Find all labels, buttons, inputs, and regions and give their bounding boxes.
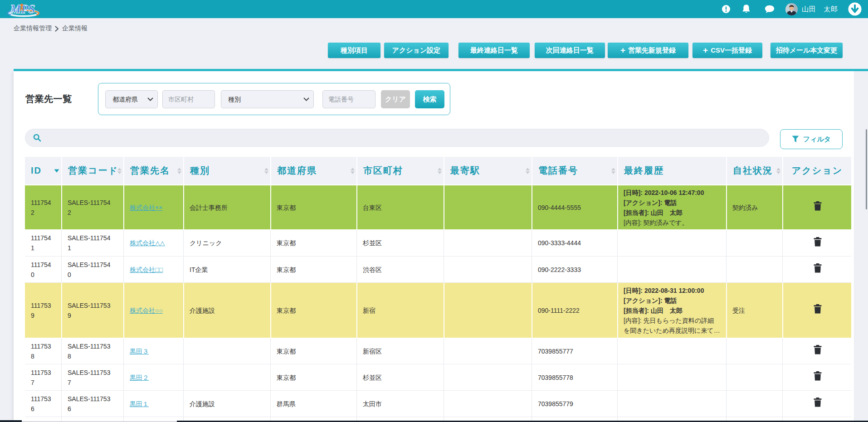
- trash-icon: [814, 371, 822, 381]
- toolbar-button[interactable]: +営業先新規登録: [608, 43, 688, 58]
- cell-hist: [日時]: 2022-10-06 12:47:00[アクション]: 電話[担当者…: [617, 185, 726, 230]
- prefecture-select[interactable]: 都道府県: [105, 90, 158, 108]
- table-row: 1117539SALES-1117539株式会社○○介護施設東京都新宿090-1…: [25, 283, 851, 338]
- breadcrumb-item[interactable]: 企業情報: [62, 24, 88, 33]
- filter-panel: 都道府県 種別 クリア 検索: [98, 83, 450, 115]
- cell-station: [444, 257, 532, 283]
- corporation-link[interactable]: 黒田２: [130, 374, 149, 381]
- sort-both-icon[interactable]: [526, 168, 530, 174]
- filter-button[interactable]: フィルタ: [780, 129, 843, 149]
- cell-hist: [617, 338, 726, 364]
- bottom-footer-edge-left: [0, 420, 22, 422]
- cell-phone: 090-2222-3333: [532, 257, 617, 283]
- sort-desc-icon[interactable]: [54, 169, 59, 173]
- cell-action: [782, 283, 851, 338]
- delete-button[interactable]: [814, 398, 822, 408]
- breadcrumb: 企業情報管理 企業情報: [14, 24, 88, 33]
- cell-name: 黒田１: [123, 391, 183, 417]
- toolbar-button[interactable]: 招待メール本文変更: [770, 43, 843, 58]
- phone-input[interactable]: [322, 90, 375, 108]
- delete-button[interactable]: [814, 371, 822, 382]
- history-line: [アクション]: 電話: [624, 198, 722, 208]
- column-header[interactable]: ID: [25, 157, 61, 185]
- plus-icon: +: [620, 46, 625, 54]
- cell-hist: [617, 364, 726, 391]
- user-name: 山田 太郎: [802, 5, 838, 14]
- column-header[interactable]: 都道府県: [270, 157, 356, 185]
- cell-status: 受注: [726, 283, 782, 338]
- toolbar-button[interactable]: 次回連絡日一覧: [535, 43, 605, 58]
- column-header[interactable]: 営業コード: [61, 157, 123, 185]
- column-header[interactable]: 営業先名: [123, 157, 183, 185]
- delete-button[interactable]: [814, 237, 822, 248]
- cell-code: SALES-1117540: [61, 257, 123, 283]
- corporation-link[interactable]: 株式会社△△: [130, 239, 165, 247]
- cell-action: [782, 185, 851, 230]
- sort-both-icon[interactable]: [611, 168, 615, 174]
- corporation-link[interactable]: 黒田１: [130, 400, 149, 407]
- cell-city: 太田市: [356, 391, 444, 417]
- global-search-input[interactable]: [46, 134, 769, 142]
- column-header[interactable]: 種別: [183, 157, 270, 185]
- sort-both-icon[interactable]: [351, 168, 355, 174]
- vertical-scrollbar-thumb[interactable]: [866, 129, 867, 209]
- city-input[interactable]: [162, 90, 215, 108]
- type-select[interactable]: 種別: [221, 90, 314, 108]
- sort-both-icon[interactable]: [776, 168, 780, 174]
- table-row: 1117541SALES-1117541株式会社△△クリニック東京都杉並区090…: [25, 230, 851, 257]
- history-line: [内容]: 先日もらった資料の詳細: [624, 315, 722, 325]
- cell-id: 1117537: [25, 364, 61, 391]
- toolbar-button[interactable]: アクション設定: [384, 43, 449, 58]
- prefecture-select-wrap: 都道府県: [105, 90, 158, 108]
- cell-pref: 東京都: [270, 283, 356, 338]
- page-title: 営業先一覧: [25, 93, 72, 105]
- delete-button[interactable]: [814, 263, 822, 274]
- clear-button[interactable]: クリア: [381, 90, 410, 108]
- delete-button[interactable]: [814, 345, 822, 356]
- corporation-link[interactable]: 株式会社××: [130, 204, 162, 211]
- toolbar-button[interactable]: +CSV一括登録: [692, 43, 762, 58]
- content-card: 営業先一覧 都道府県 種別 クリア 検索 フィルタ: [14, 71, 854, 422]
- corporation-link[interactable]: 株式会社○○: [130, 307, 163, 314]
- bell-icon[interactable]: [741, 4, 751, 14]
- column-header[interactable]: 最寄駅: [444, 157, 532, 185]
- cell-code: SALES-1117538: [61, 338, 123, 364]
- top-navbar: MPS 山田 太郎: [0, 0, 868, 18]
- history-line: [日時]: 2022-10-06 12:47:00: [624, 188, 722, 198]
- chat-icon[interactable]: [765, 5, 775, 14]
- column-header[interactable]: 電話番号: [532, 157, 617, 185]
- delete-button[interactable]: [814, 304, 822, 315]
- corporation-link[interactable]: 黒田３: [130, 348, 149, 355]
- column-header: 最終履歴: [617, 157, 726, 185]
- column-header[interactable]: 市区町村: [356, 157, 444, 185]
- download-icon[interactable]: [848, 2, 862, 16]
- cell-city: 杉並区: [356, 364, 444, 391]
- search-icon: [33, 134, 41, 142]
- toolbar-button[interactable]: 種別項目: [328, 43, 380, 58]
- cell-hist: [日時]: 2022-08-31 12:00:00[アクション]: 電話[担当者…: [617, 283, 726, 338]
- cell-pref: 東京都: [270, 338, 356, 364]
- sort-both-icon[interactable]: [177, 168, 181, 174]
- cell-status: [726, 338, 782, 364]
- cell-status: [726, 230, 782, 257]
- cell-code: SALES-1117539: [61, 283, 123, 338]
- app-logo[interactable]: MPS: [6, 1, 44, 19]
- action-toolbar: 種別項目アクション設定最終連絡日一覧次回連絡日一覧+営業先新規登録+CSV一括登…: [0, 43, 843, 58]
- sort-both-icon[interactable]: [264, 168, 268, 174]
- toolbar-button[interactable]: 最終連絡日一覧: [458, 43, 530, 58]
- corporation-link[interactable]: 株式会社□□: [130, 266, 163, 273]
- cell-phone: 090-1111-2222: [532, 283, 617, 338]
- search-button[interactable]: 検索: [415, 90, 444, 108]
- sort-both-icon[interactable]: [117, 168, 122, 174]
- avatar[interactable]: [785, 3, 798, 15]
- sort-both-icon[interactable]: [438, 168, 442, 174]
- alerts-icon[interactable]: [722, 5, 730, 13]
- delete-button[interactable]: [814, 201, 822, 212]
- cell-name: 黒田２: [123, 364, 183, 391]
- cell-type: [183, 364, 270, 391]
- breadcrumb-item[interactable]: 企業情報管理: [14, 24, 52, 33]
- cell-phone: 090-4444-5555: [532, 185, 617, 230]
- cell-hist: [617, 230, 726, 257]
- cell-station: [444, 185, 532, 230]
- column-header[interactable]: 自社状況: [726, 157, 782, 185]
